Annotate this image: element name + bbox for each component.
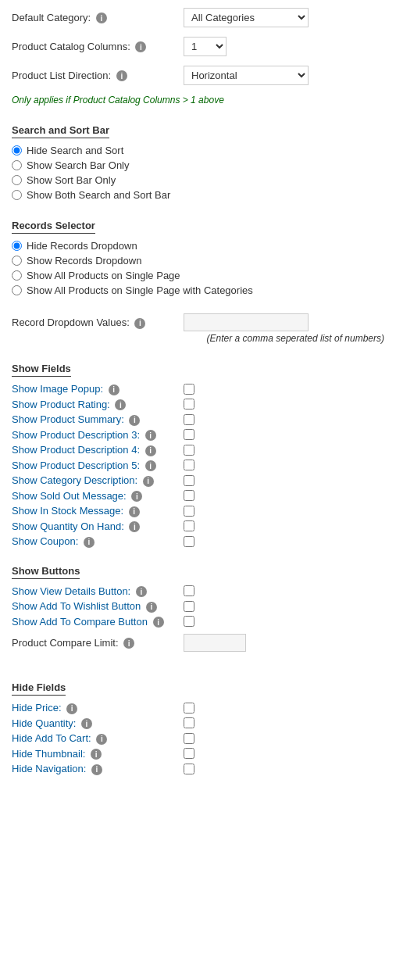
show-qty-on-hand-row: Show Quantity On Hand: i — [12, 520, 384, 533]
search-sort-section: Search and Sort Bar Hide Search and Sort… — [12, 116, 384, 201]
record-dropdown-row: Record Dropdown Values: i (Enter a comma… — [12, 313, 384, 344]
hide-add-to-cart-info: i — [96, 734, 107, 745]
list-direction-select[interactable]: Horizontal Vertical — [184, 66, 309, 85]
hide-fields-section: Hide Fields Hide Price: i Hide Quantity:… — [12, 674, 384, 775]
hide-thumbnail-checkbox[interactable] — [184, 748, 194, 759]
radio-hide-search-sort-label: Hide Search and Sort — [27, 145, 123, 156]
show-image-popup-label: Show Image Popup: i — [12, 383, 184, 395]
product-compare-limit-input[interactable] — [184, 634, 246, 652]
catalog-columns-label: Product Catalog Columns: i — [12, 41, 184, 53]
show-product-desc3-checkbox[interactable] — [184, 429, 194, 440]
show-product-desc3-info: i — [145, 430, 156, 441]
hide-quantity-row: Hide Quantity: i — [12, 717, 384, 730]
hide-navigation-row: Hide Navigation: i — [12, 763, 384, 775]
default-category-select[interactable]: All Categories Category 1 Category 2 — [184, 8, 309, 27]
record-dropdown-input[interactable] — [184, 313, 309, 331]
hide-quantity-checkbox[interactable] — [184, 717, 194, 728]
show-add-wishlist-row: Show Add To Wishlist Button i — [12, 600, 384, 613]
radio-show-all-single-input[interactable] — [12, 270, 22, 281]
hide-navigation-label: Hide Navigation: i — [12, 763, 184, 775]
search-sort-radio-group: Hide Search and Sort Show Search Bar Onl… — [12, 145, 384, 201]
radio-show-records-input[interactable] — [12, 256, 22, 266]
show-add-compare-row: Show Add To Compare Button i — [12, 616, 384, 628]
show-product-rating-row: Show Product Rating: i — [12, 399, 384, 411]
show-in-stock-checkbox[interactable] — [184, 506, 194, 517]
show-sold-out-info: i — [131, 491, 142, 502]
catalog-columns-row: Product Catalog Columns: i 1 2 3 4 — [12, 37, 384, 56]
record-dropdown-input-wrap: (Enter a comma seperated list of numbers… — [184, 313, 384, 344]
hide-price-checkbox[interactable] — [184, 703, 194, 714]
product-compare-limit-label: Product Compare Limit: i — [12, 637, 184, 649]
radio-hide-search-sort-input[interactable] — [12, 145, 22, 156]
hide-thumbnail-row: Hide Thumbnail: i — [12, 748, 384, 760]
radio-show-all-single-cat-input[interactable] — [12, 285, 22, 295]
show-product-desc4-checkbox[interactable] — [184, 445, 194, 456]
hide-add-to-cart-checkbox[interactable] — [184, 733, 194, 744]
show-image-popup-checkbox[interactable] — [184, 384, 194, 395]
radio-show-sort-only-label: Show Sort Bar Only — [27, 174, 116, 186]
show-view-details-checkbox[interactable] — [184, 585, 194, 596]
show-coupon-checkbox[interactable] — [184, 536, 194, 547]
show-add-wishlist-info: i — [146, 602, 157, 613]
radio-hide-search-sort: Hide Search and Sort — [12, 145, 384, 156]
hide-price-row: Hide Price: i — [12, 702, 384, 714]
radio-show-records: Show Records Dropdown — [12, 255, 384, 266]
hide-navigation-info: i — [91, 764, 102, 775]
list-direction-row: Product List Direction: i Horizontal Ver… — [12, 66, 384, 85]
show-add-wishlist-label: Show Add To Wishlist Button i — [12, 600, 184, 613]
radio-show-search-only-label: Show Search Bar Only — [27, 159, 130, 171]
show-product-rating-checkbox[interactable] — [184, 399, 194, 410]
product-compare-limit-info: i — [123, 638, 134, 649]
record-dropdown-label: Record Dropdown Values: i — [12, 313, 184, 329]
show-in-stock-row: Show In Stock Message: i — [12, 505, 384, 517]
show-product-desc5-checkbox[interactable] — [184, 460, 194, 470]
hide-price-label: Hide Price: i — [12, 702, 184, 714]
list-direction-label: Product List Direction: i — [12, 70, 184, 82]
show-product-rating-label: Show Product Rating: i — [12, 399, 184, 411]
show-coupon-label: Show Coupon: i — [12, 535, 184, 548]
show-view-details-label: Show View Details Button: i — [12, 585, 184, 598]
show-add-compare-label: Show Add To Compare Button i — [12, 616, 184, 628]
catalog-columns-select[interactable]: 1 2 3 4 — [184, 37, 227, 56]
show-add-wishlist-checkbox[interactable] — [184, 601, 194, 612]
radio-hide-records-input[interactable] — [12, 241, 22, 251]
product-compare-limit-row: Product Compare Limit: i — [12, 634, 384, 652]
search-sort-title: Search and Sort Bar — [12, 124, 109, 138]
show-product-summary-checkbox[interactable] — [184, 414, 194, 425]
show-add-compare-checkbox[interactable] — [184, 616, 194, 627]
show-qty-on-hand-checkbox[interactable] — [184, 520, 194, 531]
show-sold-out-row: Show Sold Out Message: i — [12, 490, 384, 503]
radio-show-records-label: Show Records Dropdown — [27, 255, 141, 266]
radio-show-sort-only-input[interactable] — [12, 175, 22, 185]
show-product-desc5-label: Show Product Description 5: i — [12, 460, 184, 472]
records-selector-radio-group: Hide Records Dropdown Show Records Dropd… — [12, 240, 384, 296]
show-view-details-info: i — [136, 586, 147, 597]
show-add-compare-info: i — [153, 617, 164, 628]
show-qty-on-hand-label: Show Quantity On Hand: i — [12, 520, 184, 533]
radio-show-both: Show Both Search and Sort Bar — [12, 189, 384, 201]
show-sold-out-checkbox[interactable] — [184, 490, 194, 501]
hide-navigation-checkbox[interactable] — [184, 764, 194, 774]
show-view-details-row: Show View Details Button: i — [12, 585, 384, 598]
show-category-desc-checkbox[interactable] — [184, 475, 194, 486]
radio-show-search-only-input[interactable] — [12, 160, 22, 170]
default-category-info-icon: i — [96, 13, 107, 23]
radio-show-both-input[interactable] — [12, 190, 22, 200]
list-direction-info-icon: i — [116, 70, 127, 81]
radio-show-sort-only: Show Sort Bar Only — [12, 174, 384, 186]
radio-show-all-single-cat: Show All Products on Single Page with Ca… — [12, 284, 384, 296]
show-category-desc-info: i — [143, 476, 154, 487]
hide-thumbnail-info: i — [91, 749, 102, 760]
show-image-popup-info: i — [109, 384, 120, 395]
radio-show-all-single-cat-label: Show All Products on Single Page with Ca… — [27, 284, 253, 296]
columns-note: Only applies if Product Catalog Columns … — [12, 95, 384, 106]
show-product-summary-row: Show Product Summary: i — [12, 413, 384, 426]
show-product-desc4-label: Show Product Description 4: i — [12, 444, 184, 456]
radio-show-both-label: Show Both Search and Sort Bar — [27, 189, 170, 201]
hide-add-to-cart-label: Hide Add To Cart: i — [12, 732, 184, 745]
show-product-summary-label: Show Product Summary: i — [12, 413, 184, 426]
record-dropdown-info-icon: i — [134, 318, 145, 329]
radio-show-search-only: Show Search Bar Only — [12, 159, 384, 171]
show-category-desc-row: Show Category Description: i — [12, 474, 384, 487]
show-image-popup-row: Show Image Popup: i — [12, 383, 384, 395]
